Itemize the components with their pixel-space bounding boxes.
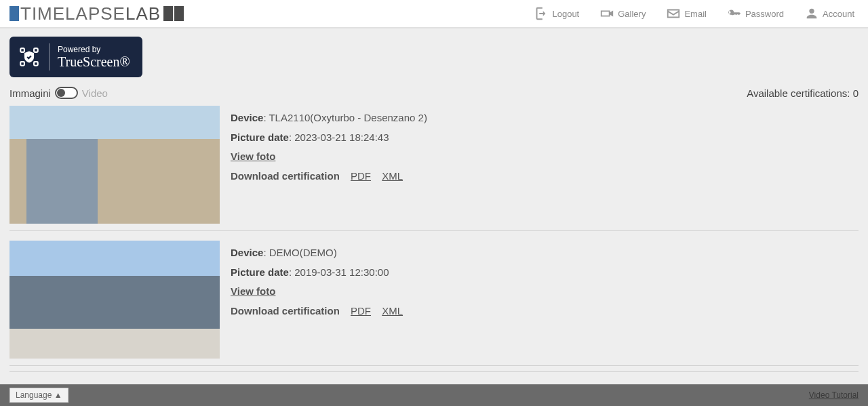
nav-gallery[interactable]: Gallery xyxy=(599,6,646,21)
download-cert-label: Download certification xyxy=(231,305,340,317)
nav-account[interactable]: Account xyxy=(804,6,854,21)
available-certifications: Available certifications: 0 xyxy=(747,87,859,99)
account-icon xyxy=(804,6,819,21)
header: TIMELAPSELAB Logout Gallery Email Passwo… xyxy=(0,0,868,28)
svg-rect-3 xyxy=(34,62,38,66)
entry-meta: Device: TLA2110(Oxyturbo - Desenzano 2) … xyxy=(231,106,427,224)
device-label: Device xyxy=(231,247,263,258)
download-pdf-link[interactable]: PDF xyxy=(351,305,371,317)
list-item: Device: TLA2110(Oxyturbo - Desenzano 2) … xyxy=(9,103,859,231)
svg-rect-1 xyxy=(34,48,38,52)
picture-date-label: Picture date xyxy=(231,131,289,143)
available-cert-count: 0 xyxy=(853,87,859,99)
shield-icon xyxy=(18,45,41,68)
top-nav: Logout Gallery Email Password Account xyxy=(534,6,854,21)
download-pdf-link[interactable]: PDF xyxy=(351,170,371,182)
key-icon xyxy=(727,6,742,21)
badge-divider xyxy=(49,43,50,70)
truescreen-badge: Powered by TrueScreen® xyxy=(9,37,142,77)
crane-graphic xyxy=(57,245,138,299)
email-icon xyxy=(666,6,681,21)
view-foto-link[interactable]: View foto xyxy=(231,285,275,297)
logo-text-2: LAB xyxy=(125,3,161,24)
nav-gallery-label: Gallery xyxy=(618,9,646,19)
nav-email-label: Email xyxy=(684,9,707,19)
logo[interactable]: TIMELAPSELAB xyxy=(9,3,185,24)
svg-rect-0 xyxy=(20,48,24,52)
device-value: TLA2110(Oxyturbo - Desenzano 2) xyxy=(269,112,427,123)
logo-square-dark-2 xyxy=(174,6,184,21)
nav-logout[interactable]: Logout xyxy=(534,6,579,21)
filter-row: Immagini Video Available certifications:… xyxy=(9,87,859,99)
powered-by-label: Powered by xyxy=(58,45,130,54)
device-value: DEMO(DEMO) xyxy=(269,247,337,258)
camera-icon xyxy=(599,6,614,21)
nav-password-label: Password xyxy=(745,9,784,19)
logo-square-blue xyxy=(9,6,19,21)
video-label: Video xyxy=(82,87,108,99)
download-cert-label: Download certification xyxy=(231,170,340,182)
video-tutorial-link[interactable]: Video Tutorial xyxy=(809,390,859,400)
download-xml-link[interactable]: XML xyxy=(382,305,403,317)
nav-logout-label: Logout xyxy=(552,9,579,19)
download-xml-link[interactable]: XML xyxy=(382,170,403,182)
badge-text: Powered by TrueScreen® xyxy=(58,45,130,70)
toggle-switch[interactable] xyxy=(55,87,78,99)
language-button[interactable]: Language ▲ xyxy=(9,388,68,403)
svg-rect-2 xyxy=(20,62,24,66)
nav-email[interactable]: Email xyxy=(666,6,707,21)
nav-password[interactable]: Password xyxy=(727,6,784,21)
footer: Language ▲ Video Tutorial xyxy=(0,384,868,406)
nav-account-label: Account xyxy=(823,9,854,19)
logout-icon xyxy=(534,6,549,21)
logo-square-dark-1 xyxy=(163,6,173,21)
entry-meta: Device: DEMO(DEMO) Picture date: 2019-03… xyxy=(231,241,411,359)
logo-text-1: TIMELAPSE xyxy=(20,3,125,24)
view-foto-link[interactable]: View foto xyxy=(231,150,275,162)
list-item: Device: DEMO(DEMO) Picture date: 2019-03… xyxy=(9,231,859,366)
device-label: Device xyxy=(231,112,263,123)
thumbnail[interactable] xyxy=(9,241,220,359)
picture-date-label: Picture date xyxy=(231,266,289,278)
available-cert-label: Available certifications: xyxy=(747,87,850,99)
separator xyxy=(9,371,859,372)
picture-date-value: 2023-03-21 18:24:43 xyxy=(294,131,389,143)
truescreen-name: TrueScreen® xyxy=(58,54,130,70)
immagini-label: Immagini xyxy=(9,87,51,99)
language-label: Language ▲ xyxy=(16,390,62,400)
content: Powered by TrueScreen® Immagini Video Av… xyxy=(0,28,868,372)
media-toggle: Immagini Video xyxy=(9,87,108,99)
picture-date-value: 2019-03-31 12:30:00 xyxy=(294,266,389,278)
thumbnail[interactable] xyxy=(9,106,220,224)
